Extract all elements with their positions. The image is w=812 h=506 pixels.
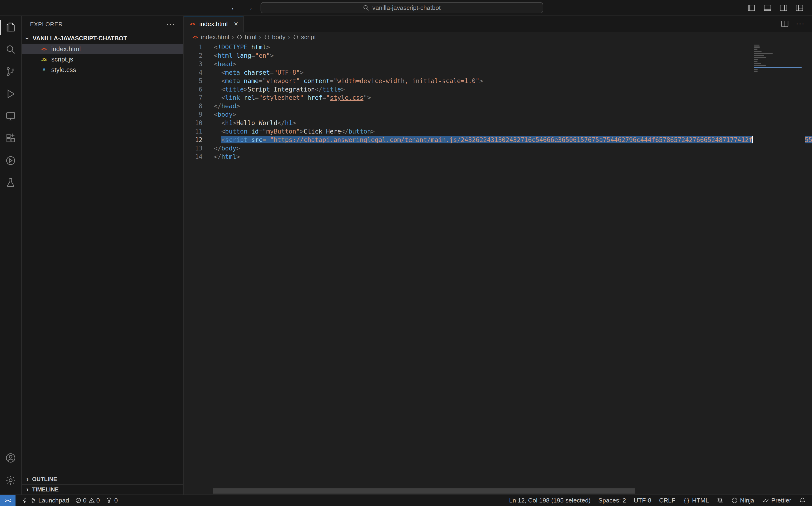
encoding-item[interactable]: UTF-8 bbox=[634, 497, 651, 504]
explorer-icon[interactable] bbox=[0, 16, 22, 38]
split-editor-icon[interactable] bbox=[781, 20, 789, 28]
language-mode-item[interactable]: {} HTML bbox=[683, 497, 709, 504]
eol-item[interactable]: CRLF bbox=[659, 497, 675, 504]
remote-explorer-icon[interactable] bbox=[0, 105, 22, 127]
line-number[interactable]: 11 bbox=[184, 127, 202, 136]
toggle-secondary-sidebar-icon[interactable] bbox=[780, 4, 788, 12]
timeline-label: TIMELINE bbox=[32, 486, 59, 493]
minimap[interactable] bbox=[753, 44, 805, 495]
line-number[interactable]: 9 bbox=[184, 110, 202, 119]
launchpad-item[interactable]: Launchpad bbox=[22, 497, 69, 504]
breadcrumb-script[interactable]: script bbox=[293, 33, 316, 41]
radio-tower-icon bbox=[106, 497, 112, 503]
code-line[interactable]: 6 <title>Script Integration</title> bbox=[184, 85, 812, 94]
breadcrumb-separator-icon: › bbox=[232, 33, 234, 41]
line-number[interactable]: 8 bbox=[184, 102, 202, 110]
code-line[interactable]: 11 <button id="myButton">Click Here</but… bbox=[184, 127, 812, 136]
source-control-icon[interactable] bbox=[0, 61, 22, 83]
cursor-position-item[interactable]: Ln 12, Col 198 (195 selected) bbox=[509, 497, 591, 504]
line-number[interactable]: 14 bbox=[184, 153, 202, 161]
code-text: <meta name="viewport" content="width=dev… bbox=[214, 77, 483, 85]
horizontal-scrollbar[interactable] bbox=[213, 488, 635, 494]
settings-gear-icon[interactable] bbox=[0, 469, 22, 492]
code-text: <head> bbox=[214, 60, 236, 68]
navigate-back-icon[interactable]: ← bbox=[230, 4, 238, 12]
double-check-icon bbox=[762, 497, 769, 504]
search-sidebar-icon[interactable] bbox=[0, 38, 22, 61]
code-line[interactable]: 3<head> bbox=[184, 60, 812, 68]
explorer-actions-icon[interactable]: ··· bbox=[166, 20, 175, 29]
line-number[interactable]: 13 bbox=[184, 144, 202, 153]
remote-indicator[interactable]: >< bbox=[0, 495, 15, 506]
breadcrumb: <> index.html › html › body › script bbox=[184, 32, 812, 43]
line-number[interactable]: 7 bbox=[184, 93, 202, 102]
line-number[interactable]: 4 bbox=[184, 68, 202, 77]
indentation-item[interactable]: Spaces: 2 bbox=[598, 497, 626, 504]
code-line[interactable]: 4 <meta charset="UTF-8"> bbox=[184, 68, 812, 77]
line-number[interactable]: 3 bbox=[184, 60, 202, 68]
toggle-primary-sidebar-icon[interactable] bbox=[747, 4, 755, 12]
tab-bar: <> index.html × ··· bbox=[184, 16, 812, 32]
testing-icon[interactable] bbox=[0, 172, 22, 194]
line-number[interactable]: 1 bbox=[184, 43, 202, 52]
navigate-forward-icon[interactable]: → bbox=[246, 4, 253, 12]
code-text: </body> bbox=[214, 144, 240, 153]
breadcrumb-html[interactable]: html bbox=[236, 33, 256, 41]
code-line[interactable]: 10 <h1>Hello World</h1> bbox=[184, 119, 812, 127]
notifications-bell-item[interactable] bbox=[799, 497, 806, 504]
timeline-section[interactable]: › TIMELINE bbox=[22, 484, 184, 495]
status-bar: >< Launchpad 0 0 0 Ln 12, Col 198 (195 s… bbox=[0, 495, 812, 506]
code-line[interactable]: 5 <meta name="viewport" content="width=d… bbox=[184, 77, 812, 85]
code-line[interactable]: 7 <link rel="stylesheet" href="style.css… bbox=[184, 93, 812, 102]
customize-layout-icon[interactable] bbox=[795, 4, 804, 12]
breadcrumb-body[interactable]: body bbox=[264, 33, 286, 41]
chevron-down-icon: › bbox=[23, 35, 31, 42]
code-lines[interactable]: 1<!DOCTYPE html>2<html lang="en">3<head>… bbox=[184, 43, 812, 161]
code-text: <body> bbox=[214, 110, 236, 119]
notifications-muted-item[interactable] bbox=[717, 497, 724, 504]
line-number[interactable]: 6 bbox=[184, 85, 202, 94]
run-debug-icon[interactable] bbox=[0, 83, 22, 105]
breadcrumb-file[interactable]: <> index.html bbox=[192, 33, 229, 41]
ninja-item[interactable]: Ninja bbox=[731, 497, 754, 504]
file-row-index-html[interactable]: <> index.html bbox=[22, 44, 184, 54]
ninja-icon bbox=[731, 497, 738, 504]
search-icon bbox=[363, 5, 369, 11]
command-center-search[interactable]: vanilla-javascript-chatbot bbox=[261, 2, 543, 13]
file-row-script-js[interactable]: JS script.js bbox=[22, 54, 184, 65]
code-line[interactable]: 8</head> bbox=[184, 102, 812, 110]
outline-label: OUTLINE bbox=[32, 476, 57, 483]
toggle-panel-icon[interactable] bbox=[763, 4, 771, 12]
live-share-icon[interactable] bbox=[0, 150, 22, 172]
bell-icon bbox=[799, 497, 806, 504]
file-row-style-css[interactable]: # style.css bbox=[22, 65, 184, 75]
language-braces-icon: {} bbox=[683, 497, 690, 504]
line-number[interactable]: 10 bbox=[184, 119, 202, 127]
close-tab-icon[interactable]: × bbox=[234, 20, 238, 28]
code-line[interactable]: 2<html lang="en"> bbox=[184, 52, 812, 60]
code-line[interactable]: 13</body> bbox=[184, 144, 812, 153]
html-file-icon: <> bbox=[192, 34, 199, 40]
extensions-icon[interactable] bbox=[0, 127, 22, 150]
line-number[interactable]: 5 bbox=[184, 77, 202, 85]
code-line[interactable]: 1<!DOCTYPE html> bbox=[184, 43, 812, 52]
chevron-right-icon: › bbox=[24, 475, 31, 483]
accounts-icon[interactable] bbox=[0, 447, 22, 469]
code-line[interactable]: 12 <script src= "https://chatapi.answeri… bbox=[184, 136, 812, 144]
outline-section[interactable]: › OUTLINE bbox=[22, 474, 184, 484]
chevron-right-icon: › bbox=[24, 486, 31, 493]
code-text: </head> bbox=[214, 102, 240, 110]
rocket-icon bbox=[30, 497, 36, 503]
line-number[interactable]: 2 bbox=[184, 52, 202, 60]
code-line[interactable]: 9<body> bbox=[184, 110, 812, 119]
line-number[interactable]: 12 bbox=[184, 136, 202, 144]
problems-item[interactable]: 0 0 bbox=[75, 497, 99, 504]
editor-more-actions-icon[interactable]: ··· bbox=[796, 19, 805, 28]
tab-index-html[interactable]: <> index.html × bbox=[184, 16, 244, 31]
ports-item[interactable]: 0 bbox=[106, 497, 118, 504]
code-line[interactable]: 14</html> bbox=[184, 153, 812, 161]
html-file-icon: <> bbox=[189, 21, 196, 27]
folder-row[interactable]: › VANILLA-JAVASCRIPT-CHATBOT bbox=[22, 32, 184, 44]
code-region[interactable]: 1<!DOCTYPE html>2<html lang="en">3<head>… bbox=[184, 43, 812, 495]
prettier-item[interactable]: Prettier bbox=[762, 497, 791, 504]
